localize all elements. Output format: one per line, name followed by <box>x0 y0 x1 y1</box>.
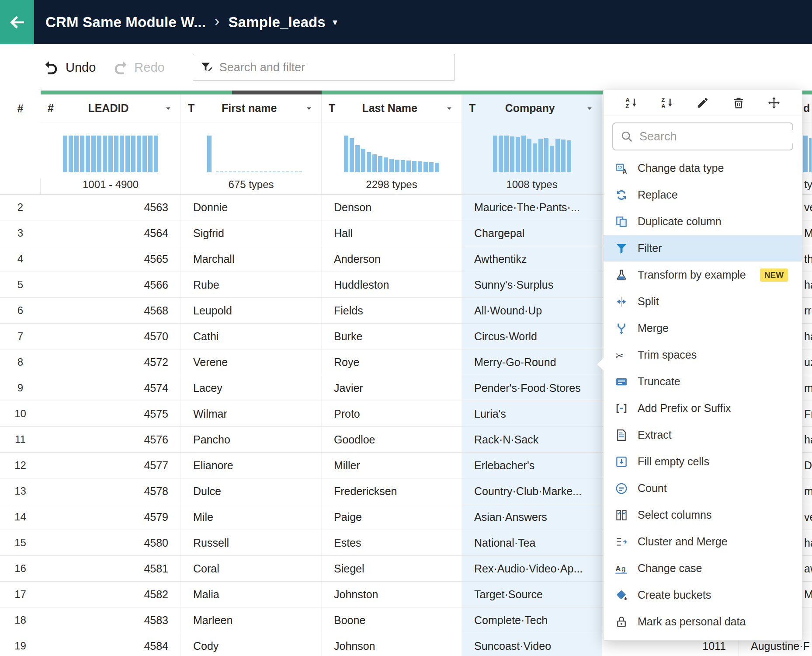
search-and-filter-input[interactable] <box>219 61 448 74</box>
cell-lastname[interactable]: Roye <box>322 349 462 375</box>
cell-firstname[interactable]: Coral <box>181 556 322 582</box>
cell-firstname[interactable]: Pancho <box>181 427 322 453</box>
menu-item-change-case[interactable]: AgChange case <box>604 555 802 582</box>
column-header-leadid[interactable]: #LEADID <box>41 94 181 122</box>
cell-lastname[interactable]: Boone <box>322 607 462 633</box>
dataset-dropdown-caret-icon[interactable]: ▾ <box>333 17 337 28</box>
cell-lastname[interactable]: Fredericksen <box>322 478 462 504</box>
column-summary-company[interactable]: 1008 types <box>462 178 602 195</box>
cell-leadid[interactable]: 4576 <box>41 427 181 453</box>
cell-leadid[interactable]: 4575 <box>41 401 181 427</box>
cell-company[interactable]: Chargepal <box>462 220 602 246</box>
menu-search-input[interactable] <box>639 130 794 143</box>
sort-ascending-button[interactable]: AZ <box>623 94 640 112</box>
menu-item-truncate[interactable]: Truncate <box>604 368 802 395</box>
cell-leadid[interactable]: 4583 <box>41 607 181 633</box>
cell-leadid[interactable]: 4566 <box>41 272 181 298</box>
cell-firstname[interactable]: Russell <box>181 530 322 556</box>
horizontal-scrollbar-thumb[interactable] <box>232 91 322 94</box>
cell-lastname[interactable]: Goodloe <box>322 427 462 453</box>
cell-firstname[interactable]: Donnie <box>181 195 322 220</box>
cell-lastname[interactable]: Anderson <box>322 246 462 272</box>
cell-lastname[interactable]: Johnston <box>322 582 462 607</box>
cell-company[interactable]: Complete·Tech <box>462 607 602 633</box>
cell-firstname[interactable]: Wilmar <box>181 401 322 427</box>
menu-item-merge[interactable]: Merge <box>604 315 802 342</box>
back-button[interactable] <box>0 0 34 44</box>
column-header-lastname[interactable]: TLast Name <box>322 94 462 122</box>
cell-firstname[interactable]: Verene <box>181 349 322 375</box>
cell-leadid[interactable]: 4574 <box>41 375 181 401</box>
cell-leadid[interactable]: 4580 <box>41 530 181 556</box>
column-summary-firstname[interactable]: 675 types <box>181 178 322 195</box>
cell-leadid[interactable]: 4582 <box>41 582 181 607</box>
cell-company[interactable]: Rack·N·Sack <box>462 427 602 453</box>
cell-company[interactable]: Awthentikz <box>462 246 602 272</box>
cell-leadid[interactable]: 4570 <box>41 324 181 349</box>
menu-item-mark-as-personal-data[interactable]: Mark as personal data <box>604 608 802 635</box>
cell-lastname[interactable]: Fields <box>322 298 462 324</box>
undo-button[interactable]: Undo <box>44 59 96 75</box>
cell-lastname[interactable]: Hall <box>322 220 462 246</box>
cell-firstname[interactable]: Mile <box>181 504 322 530</box>
cell-lastname[interactable]: Huddleston <box>322 272 462 298</box>
menu-item-count[interactable]: Count <box>604 475 802 502</box>
menu-item-create-buckets[interactable]: Create buckets <box>604 582 802 608</box>
menu-item-transform-by-example[interactable]: Transform by exampleNEW <box>604 262 802 288</box>
menu-item-select-columns[interactable]: Select columns <box>604 502 802 528</box>
cell-firstname[interactable]: Elianore <box>181 453 322 478</box>
cell-company[interactable]: Merry-Go-Round <box>462 349 602 375</box>
cell-lastname[interactable]: Javier <box>322 375 462 401</box>
cell-leadid[interactable]: 4581 <box>41 556 181 582</box>
menu-item-duplicate-column[interactable]: Duplicate column <box>604 208 802 235</box>
cell-firstname[interactable]: Dulce <box>181 478 322 504</box>
cell-company[interactable]: Target·Source <box>462 582 602 607</box>
cell-company[interactable]: Suncoast·Video <box>462 633 602 656</box>
cell-company[interactable]: Rex·Audio·Video·Ap... <box>462 556 602 582</box>
cell-company[interactable]: Pender's·Food·Stores <box>462 375 602 401</box>
menu-item-cluster-and-merge[interactable]: Cluster and Merge <box>604 528 802 555</box>
cell-leadid[interactable]: 4564 <box>41 220 181 246</box>
cell-leadid[interactable]: 4572 <box>41 349 181 375</box>
cell-firstname[interactable]: Marchall <box>181 246 322 272</box>
menu-item-change-data-type[interactable]: 12AChange data type <box>604 155 802 181</box>
cell-company[interactable]: National·Tea <box>462 530 602 556</box>
cell-company[interactable]: Asian·Answers <box>462 504 602 530</box>
cell-firstname[interactable]: Malia <box>181 582 322 607</box>
column-header-company[interactable]: TCompany <box>462 94 602 122</box>
cell-leadid[interactable]: 4577 <box>41 453 181 478</box>
cell-firstname[interactable]: Rube <box>181 272 322 298</box>
cell-leadid[interactable]: 4565 <box>41 246 181 272</box>
delete-column-button[interactable] <box>730 94 747 112</box>
cell-leadid[interactable]: 4584 <box>41 633 181 656</box>
cell-firstname[interactable]: Lacey <box>181 375 322 401</box>
menu-item-add-prefix-or-suffix[interactable]: Add Prefix or Suffix <box>604 395 802 422</box>
column-summary-lastname[interactable]: 2298 types <box>322 178 462 195</box>
cell-company[interactable]: Circus·World <box>462 324 602 349</box>
cell-lastname[interactable]: Paige <box>322 504 462 530</box>
menu-item-replace[interactable]: Replace <box>604 181 802 208</box>
column-summary-leadid[interactable]: 1001 - 4900 <box>41 178 181 195</box>
cell-lastname[interactable]: Proto <box>322 401 462 427</box>
menu-item-filter[interactable]: Filter <box>604 235 802 262</box>
cell-lastname[interactable]: Miller <box>322 453 462 478</box>
cell-company[interactable]: Country·Club·Marke... <box>462 478 602 504</box>
redo-button[interactable]: Redo <box>112 59 164 75</box>
cell-company[interactable]: All·Wound·Up <box>462 298 602 324</box>
cell-leadid[interactable]: 4579 <box>41 504 181 530</box>
cell-lastname[interactable]: Johnson <box>322 633 462 656</box>
cell-company[interactable]: Maurice·The·Pants·... <box>462 195 602 220</box>
cell-company[interactable]: Luria's <box>462 401 602 427</box>
column-menu-caret-icon[interactable] <box>304 103 314 114</box>
cell-firstname[interactable]: Cody <box>181 633 322 656</box>
menu-item-trim-spaces[interactable]: ✂Trim spaces <box>604 342 802 368</box>
cell-firstname[interactable]: Marleen <box>181 607 322 633</box>
cell-company[interactable]: Sunny's·Surplus <box>462 272 602 298</box>
move-column-button[interactable] <box>765 94 783 112</box>
cell-firstname[interactable]: Cathi <box>181 324 322 349</box>
rename-column-button[interactable] <box>694 94 711 112</box>
cell-lastname[interactable]: Denson <box>322 195 462 220</box>
menu-item-fill-empty-cells[interactable]: Fill empty cells <box>604 448 802 475</box>
cell-lastname[interactable]: Burke <box>322 324 462 349</box>
cell-firstname[interactable]: Sigfrid <box>181 220 322 246</box>
